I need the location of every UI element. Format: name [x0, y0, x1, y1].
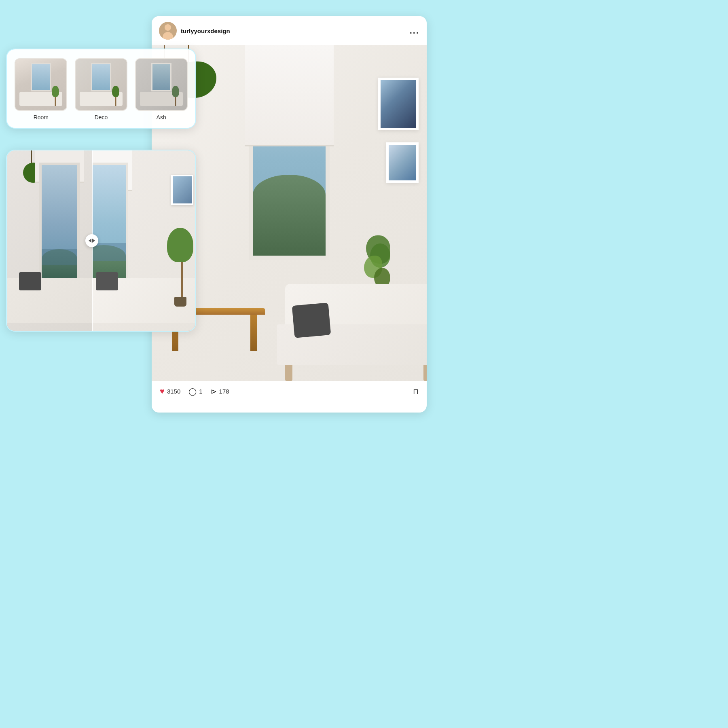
- filter-room-label: Room: [34, 114, 49, 121]
- arrow-left-icon: [89, 239, 91, 243]
- avatar: [159, 22, 177, 40]
- thumb-foliage-2: [112, 86, 119, 97]
- sofa-legs: [285, 365, 427, 381]
- thumb-window-3: [151, 63, 171, 91]
- filter-thumbnails: Room Deco: [14, 58, 188, 121]
- ap-plant-pot: [174, 297, 186, 307]
- ig-header: turlyyourxdesign ...: [152, 16, 427, 45]
- table-leg-right: [250, 315, 257, 351]
- filter-deco-thumb: [75, 58, 127, 111]
- bp-pillow: [19, 272, 41, 290]
- filter-deco[interactable]: Deco: [74, 58, 128, 121]
- ap-window: [92, 163, 128, 284]
- filter-ash-label: Ash: [157, 114, 166, 121]
- ap-pillow: [96, 272, 118, 290]
- ig-username: turlyyourxdesign: [181, 28, 230, 34]
- bookmark-icon[interactable]: ⊓: [413, 387, 419, 396]
- ig-user: turlyyourxdesign: [159, 22, 230, 40]
- filter-card: Room Deco: [6, 49, 196, 129]
- thumb-window: [31, 63, 51, 91]
- filter-deco-label: Deco: [95, 114, 108, 121]
- thumb-plant-3: [173, 86, 179, 106]
- after-panel: [92, 150, 195, 331]
- bp-window: [39, 163, 80, 284]
- thumb-plant: [52, 86, 58, 106]
- heart-icon[interactable]: ♥: [160, 387, 165, 396]
- mountain-view: [253, 175, 326, 256]
- comment-icon[interactable]: ◯: [188, 387, 197, 396]
- comments-count: 1: [199, 388, 202, 395]
- thumb-trunk-3: [175, 96, 176, 106]
- thumb-trunk: [55, 96, 56, 106]
- pillow-dark-1: [292, 303, 331, 338]
- share-icon[interactable]: ⊳: [211, 387, 217, 396]
- filter-ash-thumb: [135, 58, 188, 111]
- likes-count: 3150: [167, 388, 180, 395]
- more-options-button[interactable]: ...: [410, 25, 419, 36]
- thumb-foliage: [52, 86, 59, 97]
- filter-ash[interactable]: Ash: [134, 58, 188, 121]
- artwork-2: [386, 142, 419, 183]
- avatar-image: [159, 22, 177, 40]
- slider-arrows: [89, 239, 95, 243]
- shares-count: 178: [219, 388, 229, 395]
- before-after-slider: [6, 150, 196, 332]
- thumb-foliage-3: [172, 86, 179, 97]
- likes-stat: ♥ 3150: [160, 387, 180, 396]
- thumb-plant-2: [112, 86, 119, 106]
- slider-handle[interactable]: [85, 234, 98, 247]
- ig-footer: ♥ 3150 ◯ 1 ⊳ 178 ⊓: [152, 381, 427, 402]
- artwork-1: [378, 78, 419, 130]
- shares-stat: ⊳ 178: [211, 387, 229, 396]
- ap-plant-foliage: [167, 228, 193, 262]
- filter-room-thumb: [15, 58, 67, 111]
- sofa-leg: [423, 365, 427, 381]
- save-button[interactable]: ⊓: [413, 387, 419, 396]
- comments-stat: ◯ 1: [188, 387, 202, 396]
- ap-artwork: [171, 175, 193, 205]
- sofa: [277, 284, 427, 381]
- filter-room[interactable]: Room: [14, 58, 68, 121]
- arrow-right-icon: [92, 239, 95, 243]
- slider-inner: [7, 150, 195, 331]
- thumb-trunk-2: [115, 96, 116, 106]
- blind: [245, 45, 334, 146]
- sofa-leg: [285, 365, 292, 381]
- thumb-window-2: [91, 63, 111, 91]
